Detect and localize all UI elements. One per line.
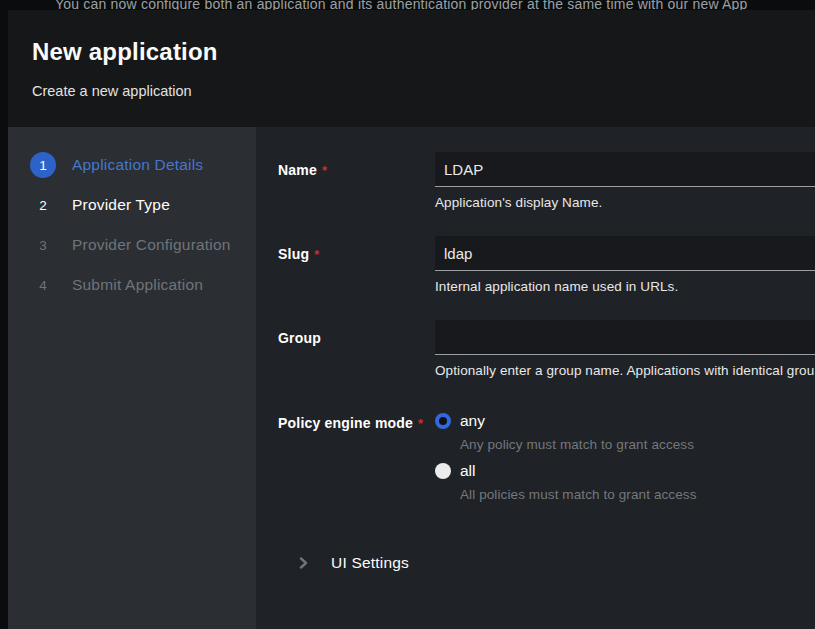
policy-mode-option-any: any Any policy must match to grant acces… [435, 412, 815, 452]
page-title: New application [32, 38, 815, 66]
radio-any-help: Any policy must match to grant access [460, 437, 815, 452]
policy-engine-mode-label: Policy engine mode [278, 415, 413, 431]
application-details-form: Name* Application's display Name. Slug* … [256, 127, 815, 629]
radio-all-label[interactable]: all [460, 462, 476, 480]
required-asterisk: * [314, 247, 319, 262]
step-number-badge: 4 [30, 272, 56, 298]
wizard-step-nav: 1 Application Details 2 Provider Type 3 … [8, 127, 256, 629]
group-field-label: Group [278, 330, 321, 346]
name-field-label: Name [278, 162, 317, 178]
step-number-badge: 1 [30, 152, 56, 178]
slug-field-help: Internal application name used in URLs. [435, 279, 815, 294]
step-label: Provider Type [72, 196, 170, 214]
group-field-help: Optionally enter a group name. Applicati… [435, 363, 815, 378]
group-input[interactable] [435, 320, 815, 355]
wizard-step-provider-configuration: 3 Provider Configuration [30, 232, 256, 258]
name-field-help: Application's display Name. [435, 195, 815, 210]
ui-settings-expander[interactable]: UI Settings [278, 554, 815, 572]
step-label: Application Details [72, 156, 203, 174]
slug-field-label: Slug [278, 246, 309, 262]
name-field-row: Name* Application's display Name. [278, 152, 815, 210]
new-application-modal: New application Create a new application… [8, 10, 815, 629]
modal-header: New application Create a new application [8, 10, 815, 127]
radio-button-icon[interactable] [435, 413, 451, 429]
policy-mode-option-all: all All policies must match to grant acc… [435, 462, 815, 502]
radio-any-label[interactable]: any [460, 412, 485, 430]
step-number-badge: 2 [30, 192, 56, 218]
required-asterisk: * [418, 416, 423, 431]
required-asterisk: * [322, 163, 327, 178]
wizard-step-provider-type[interactable]: 2 Provider Type [30, 192, 256, 218]
radio-any[interactable]: any [435, 412, 815, 430]
radio-button-icon[interactable] [435, 463, 451, 479]
step-label: Provider Configuration [72, 236, 231, 254]
slug-input[interactable] [435, 236, 815, 271]
wizard-step-submit-application: 4 Submit Application [30, 272, 256, 298]
radio-all[interactable]: all [435, 462, 815, 480]
slug-field-row: Slug* Internal application name used in … [278, 236, 815, 294]
page-subtitle: Create a new application [32, 83, 815, 99]
wizard-step-application-details[interactable]: 1 Application Details [30, 152, 256, 178]
name-input[interactable] [435, 152, 815, 187]
policy-engine-mode-row: Policy engine mode* any Any policy must … [278, 412, 815, 512]
group-field-row: Group Optionally enter a group name. App… [278, 320, 815, 378]
radio-all-help: All policies must match to grant access [460, 487, 815, 502]
step-number-badge: 3 [30, 232, 56, 258]
ui-settings-label: UI Settings [331, 554, 409, 572]
chevron-right-icon [297, 557, 309, 569]
step-label: Submit Application [72, 276, 203, 294]
